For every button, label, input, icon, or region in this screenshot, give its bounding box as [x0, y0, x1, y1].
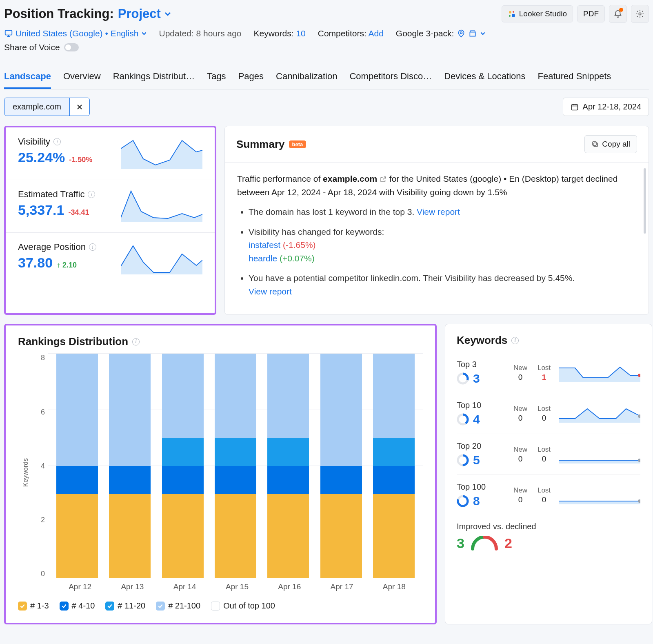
- svg-point-6: [460, 32, 462, 34]
- svg-rect-8: [594, 143, 597, 147]
- bar-Apr-14[interactable]: [162, 354, 204, 578]
- metrics-panel: Visibilityi 25.24%-1.50% Estimated Traff…: [4, 126, 216, 315]
- tab-landscape[interactable]: Landscape: [4, 67, 51, 89]
- svg-point-3: [509, 15, 511, 17]
- legend-1-3[interactable]: # 1-3: [18, 601, 49, 611]
- tab-featured-snippets[interactable]: Featured Snippets: [538, 67, 611, 89]
- summary-bullet: Visibility has changed for keywords: ins…: [249, 225, 636, 265]
- keyword-link[interactable]: heardle: [249, 254, 277, 263]
- competitors-add[interactable]: Competitors: Add: [318, 29, 384, 38]
- looker-studio-button[interactable]: Looker Studio: [502, 5, 573, 22]
- metric-average-position: Average Positioni 37.80↑ 2.10: [6, 233, 215, 285]
- tab-pages[interactable]: Pages: [238, 67, 264, 89]
- locale-dropdown[interactable]: United States (Google) • English: [4, 29, 147, 38]
- sparkline: [559, 364, 640, 382]
- sparkline: [559, 405, 640, 423]
- view-report-link[interactable]: View report: [417, 207, 460, 216]
- share-of-voice-toggle[interactable]: Share of Voice: [4, 42, 79, 52]
- legend-out-100[interactable]: Out of top 100: [211, 601, 275, 611]
- svg-rect-9: [593, 142, 596, 145]
- svg-rect-5: [5, 31, 12, 35]
- tab-tags[interactable]: Tags: [207, 67, 226, 89]
- keywords-title: Keywords i: [457, 334, 640, 347]
- calendar-icon: [571, 103, 579, 111]
- tab-competitors-disco-[interactable]: Competitors Disco…: [349, 67, 432, 89]
- tabs-bar: LandscapeOverviewRankings Distribut…Tags…: [4, 67, 649, 89]
- domain-filter-remove[interactable]: [69, 98, 89, 116]
- chart-legend: # 1-3 # 4-10 # 11-20 # 21-100 Out of top…: [18, 601, 423, 611]
- bar-Apr-15[interactable]: [215, 354, 256, 578]
- keywords-count[interactable]: Keywords: 10: [254, 29, 306, 38]
- domain-filter-value: example.com: [4, 98, 69, 116]
- sparkline: [121, 242, 202, 274]
- rankings-chart: 86420: [29, 354, 423, 578]
- improved-count: 3: [457, 535, 464, 551]
- info-icon[interactable]: i: [132, 338, 140, 345]
- view-report-link[interactable]: View report: [249, 287, 292, 296]
- google-3pack[interactable]: Google 3-pack:: [396, 29, 486, 38]
- legend-21-100[interactable]: # 21-100: [156, 601, 200, 611]
- bar-Apr-17[interactable]: [320, 354, 362, 578]
- metric-estimated-traffic: Estimated Traffici 5,337.1-34.41: [6, 180, 215, 233]
- svg-point-4: [639, 13, 641, 15]
- info-icon[interactable]: i: [88, 191, 95, 198]
- tab-rankings-distribut-[interactable]: Rankings Distribut…: [113, 67, 195, 89]
- toggle-switch[interactable]: [64, 43, 79, 51]
- scrollbar[interactable]: [644, 168, 646, 234]
- rankings-title: Rankings Distribution i: [18, 335, 423, 348]
- declined-count: 2: [504, 535, 512, 551]
- pdf-button[interactable]: PDF: [577, 5, 605, 22]
- store-icon: [469, 29, 477, 38]
- info-icon[interactable]: i: [511, 337, 519, 344]
- settings-button[interactable]: [631, 5, 649, 23]
- notifications-button[interactable]: [609, 5, 627, 23]
- summary-card: Summary beta Copy all Traffic performanc…: [224, 126, 649, 315]
- tab-devices-locations[interactable]: Devices & Locations: [444, 67, 525, 89]
- updated-label: Updated: 8 hours ago: [159, 29, 242, 38]
- summary-intro: Traffic performance of example.com for t…: [237, 172, 636, 199]
- bar-Apr-18[interactable]: [373, 354, 415, 578]
- donut-icon: [457, 454, 469, 466]
- date-range-button[interactable]: Apr 12-18, 2024: [563, 98, 649, 116]
- summary-title: Summary beta: [236, 138, 306, 151]
- keyword-row-top-10[interactable]: Top 10 4 New0 Lost0: [457, 393, 640, 434]
- sparkline: [121, 136, 202, 169]
- legend-4-10[interactable]: # 4-10: [60, 601, 95, 611]
- copy-icon: [591, 140, 599, 148]
- keyword-row-top-3[interactable]: Top 3 3 New0 Lost1: [457, 352, 640, 393]
- beta-badge: beta: [289, 140, 307, 148]
- close-icon: [76, 104, 83, 110]
- domain-filter-pill: example.com: [4, 98, 90, 116]
- donut-icon: [457, 413, 469, 426]
- info-icon[interactable]: i: [89, 243, 96, 251]
- legend-11-20[interactable]: # 11-20: [105, 601, 145, 611]
- svg-point-2: [513, 11, 514, 13]
- svg-point-0: [509, 11, 511, 13]
- bar-Apr-13[interactable]: [109, 354, 151, 578]
- y-axis-label: Keywords: [18, 458, 29, 487]
- chevron-down-icon: [141, 31, 147, 36]
- tab-cannibalization[interactable]: Cannibalization: [276, 67, 337, 89]
- external-link-icon[interactable]: [380, 176, 387, 183]
- copy-all-button[interactable]: Copy all: [584, 135, 637, 153]
- keyword-row-top-20[interactable]: Top 20 5 New0 Lost0: [457, 434, 640, 475]
- svg-rect-7: [571, 105, 577, 110]
- monitor-icon: [4, 29, 13, 38]
- chevron-down-icon: [164, 10, 171, 18]
- bar-Apr-12[interactable]: [56, 354, 98, 578]
- svg-point-1: [512, 14, 515, 17]
- info-icon[interactable]: i: [53, 138, 61, 145]
- bar-Apr-16[interactable]: [267, 354, 309, 578]
- donut-icon: [457, 495, 469, 507]
- sparkline: [559, 486, 640, 504]
- summary-bullet: The domain has lost 1 keyword in the top…: [249, 205, 636, 219]
- keywords-panel: Keywords i Top 3 3 New0 Lost1 Top 10: [445, 324, 652, 624]
- keyword-row-top-100[interactable]: Top 100 8 New0 Lost0: [457, 475, 640, 515]
- keyword-link[interactable]: instafest: [249, 240, 280, 250]
- summary-bullet: You have a potential competitor linkedin…: [249, 272, 636, 298]
- rankings-distribution-card: Rankings Distribution i Keywords 86420 A…: [4, 324, 437, 624]
- sparkline: [121, 189, 202, 222]
- tab-overview[interactable]: Overview: [63, 67, 101, 89]
- gauge-icon: [470, 536, 499, 551]
- project-dropdown[interactable]: Project: [118, 7, 171, 21]
